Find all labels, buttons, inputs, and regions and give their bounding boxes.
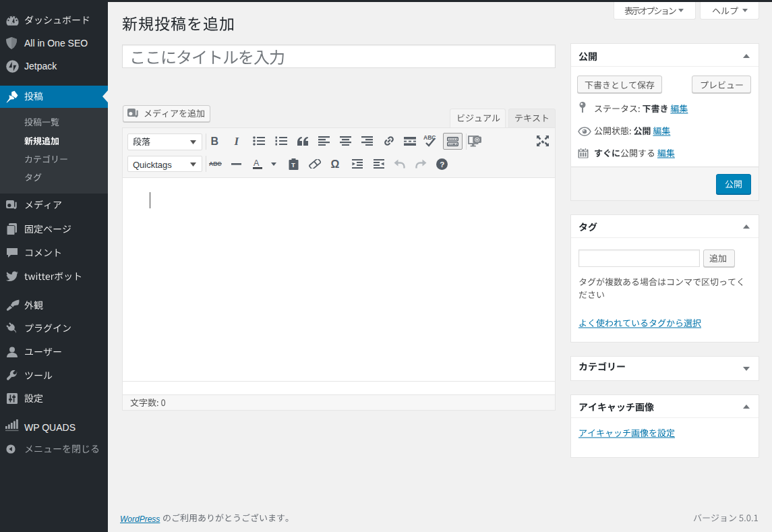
svg-text:T: T: [291, 161, 295, 169]
svg-text:A: A: [254, 158, 260, 168]
svg-text:?: ?: [440, 160, 444, 168]
